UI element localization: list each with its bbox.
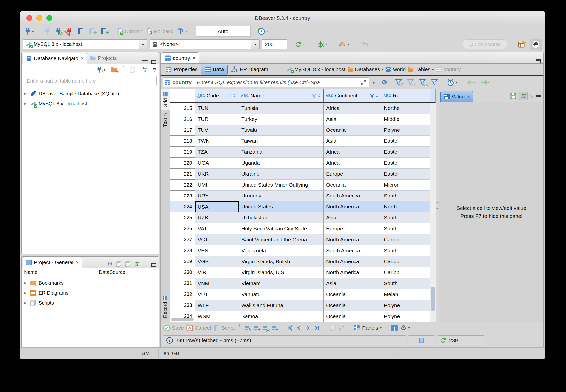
cell-reg[interactable]: Easter: [381, 147, 436, 158]
table-row[interactable]: 223URYUruguaySouth AmericaSouth: [170, 191, 436, 201]
commit-button[interactable]: Commit: [116, 27, 143, 36]
cancel-button[interactable]: Cancel: [186, 325, 211, 331]
cell-num[interactable]: 228: [170, 245, 195, 256]
link-arrows-icon[interactable]: [134, 261, 140, 267]
cell-code[interactable]: TWN: [195, 136, 239, 147]
cell-name[interactable]: Ukraine: [239, 169, 324, 180]
close-icon[interactable]: ×: [76, 260, 79, 265]
cell-cont[interactable]: South America: [324, 245, 381, 256]
column-header-name[interactable]: ABC Name: [239, 89, 324, 103]
locale-indicator[interactable]: en_GB: [159, 348, 184, 359]
database-dropdown-button[interactable]: ▼: [251, 40, 259, 49]
sort-icon[interactable]: [375, 94, 379, 98]
save-filter-button[interactable]: [418, 78, 427, 86]
table-row[interactable]: 216TURTurkeyAsiaMiddle: [170, 114, 436, 125]
settings-button[interactable]: ⚙ ▾: [400, 324, 410, 332]
cell-cont[interactable]: South America: [324, 191, 381, 201]
cell-name[interactable]: Virgin Islands, U.S.: [239, 267, 324, 278]
close-window-button[interactable]: [26, 15, 32, 21]
cell-name[interactable]: Tanzania: [239, 147, 324, 158]
cell-reg[interactable]: Northe: [381, 103, 436, 114]
cell-num[interactable]: 216: [170, 114, 195, 125]
cell-num[interactable]: 226: [170, 223, 195, 234]
sort-icon[interactable]: [232, 94, 237, 98]
save-button[interactable]: Save: [163, 325, 184, 331]
column-header-code[interactable]: ABC Code: [195, 89, 239, 103]
cell-cont[interactable]: North America: [324, 234, 381, 245]
cell-code[interactable]: USA: [195, 201, 239, 212]
cell-cont[interactable]: North America: [324, 201, 381, 212]
gear-icon[interactable]: ⚙: [107, 260, 113, 268]
table-row[interactable]: 232VUTVanuatuOceaniaMelan: [170, 289, 436, 300]
maximize-panel-icon[interactable]: [151, 263, 156, 267]
tab-grid-view[interactable]: Grid: [161, 89, 170, 110]
tree-item-mysql[interactable]: ▶ MySQL 8.x - localhost: [24, 99, 159, 109]
cell-name[interactable]: Tunisia: [239, 103, 324, 114]
table-row[interactable]: 231VNMVietnamAsiaSouth: [170, 278, 436, 289]
cell-reg[interactable]: Melan: [381, 289, 436, 300]
nav-new-connection-button[interactable]: + ▾: [95, 66, 107, 74]
splitter-left-icon[interactable]: ◂: [437, 201, 438, 204]
goto-row-button[interactable]: [329, 325, 336, 331]
cell-reg[interactable]: Easter: [381, 136, 436, 147]
cell-code[interactable]: WSM: [195, 311, 239, 322]
cell-cont[interactable]: Europe: [324, 169, 381, 180]
table-row[interactable]: 220UGAUgandaAfricaEaster: [170, 158, 436, 169]
tab-country-editor[interactable]: country ×: [161, 52, 199, 63]
cell-cont[interactable]: North America: [324, 267, 381, 278]
table-row[interactable]: 233WLFWallis and FutunaOceaniaPolyne: [170, 300, 436, 311]
column-header-region[interactable]: ABC Re: [381, 89, 430, 103]
cell-num[interactable]: 224: [170, 201, 195, 212]
new-sql-script-button[interactable]: +: [98, 27, 108, 36]
table-row[interactable]: 221UKRUkraineEuropeEaster: [170, 169, 436, 180]
cell-num[interactable]: 220: [170, 158, 195, 169]
timezone-indicator[interactable]: GMT: [136, 348, 159, 359]
cell-num[interactable]: 218: [170, 136, 195, 147]
debug-button[interactable]: ▾: [316, 40, 329, 49]
expand-all-icon[interactable]: +: [125, 261, 131, 267]
custom-filter-button[interactable]: [430, 78, 439, 86]
minimize-panel-icon[interactable]: [536, 95, 541, 97]
cell-cont[interactable]: North America: [324, 256, 381, 267]
cell-cont[interactable]: Africa: [324, 147, 381, 158]
cell-name[interactable]: Saint Vincent and the Grena: [239, 234, 324, 245]
external-tools-button[interactable]: ▾: [338, 40, 351, 49]
cell-code[interactable]: VCT: [195, 234, 239, 245]
splitter-right-icon[interactable]: ▸: [437, 206, 438, 210]
breadcrumb-tables[interactable]: Tables ▾: [408, 66, 434, 72]
cell-name[interactable]: Samoa: [239, 311, 324, 322]
connect-button[interactable]: [43, 27, 52, 36]
auto-refresh-button[interactable]: ▾: [446, 78, 458, 87]
cell-code[interactable]: VEN: [195, 245, 239, 256]
table-row[interactable]: 218TWNTaiwanAsiaEaster: [170, 136, 436, 147]
cell-reg[interactable]: South: [381, 223, 436, 234]
expand-filter-icon[interactable]: [360, 79, 367, 86]
cell-code[interactable]: UGA: [195, 158, 239, 169]
disconnect-button[interactable]: [65, 27, 74, 36]
next-row-button[interactable]: [305, 325, 311, 331]
cell-cont[interactable]: Oceania: [324, 300, 381, 311]
tab-value[interactable]: Value ×: [440, 91, 473, 102]
cell-cont[interactable]: Oceania: [324, 289, 381, 300]
tab-text-view[interactable]: Text ‹T: [162, 110, 168, 130]
cell-reg[interactable]: Polyne: [381, 300, 436, 311]
view-menu-icon[interactable]: ▽: [530, 93, 533, 99]
add-row-button[interactable]: +: [253, 325, 260, 331]
link-with-editor-button[interactable]: [140, 65, 149, 74]
vertical-scrollbar[interactable]: [430, 103, 436, 322]
tree-item-sample-db[interactable]: ▶ DBeaver Sample Database (SQLite): [24, 89, 159, 99]
auto-save-toggle-icon[interactable]: [519, 92, 528, 100]
cell-num[interactable]: 230: [170, 267, 195, 278]
minimize-panel-icon[interactable]: [142, 60, 148, 61]
expander-icon[interactable]: ▶: [24, 291, 28, 295]
table-row[interactable]: 226VATHoly See (Vatican City StateEurope…: [170, 223, 436, 234]
transaction-mode-button[interactable]: ▾: [176, 27, 189, 36]
cell-reg[interactable]: Middle: [381, 114, 436, 125]
cell-num[interactable]: 223: [170, 191, 195, 201]
collapse-all-icon[interactable]: −: [116, 261, 122, 267]
view-menu-icon[interactable]: ▽: [153, 67, 156, 72]
cell-reg[interactable]: South: [381, 191, 436, 201]
minimize-panel-icon[interactable]: [143, 263, 148, 264]
last-row-button[interactable]: [314, 325, 320, 331]
close-icon[interactable]: ×: [81, 56, 84, 61]
